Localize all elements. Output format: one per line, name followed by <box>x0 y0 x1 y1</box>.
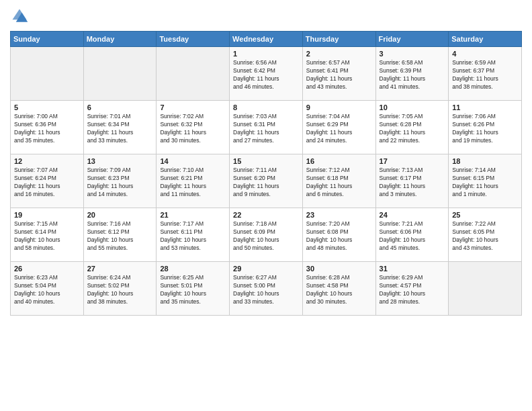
calendar-cell: 26Sunrise: 6:23 AM Sunset: 5:04 PM Dayli… <box>11 262 84 316</box>
calendar-cell: 15Sunrise: 7:11 AM Sunset: 6:20 PM Dayli… <box>230 154 303 208</box>
calendar-cell: 13Sunrise: 7:09 AM Sunset: 6:23 PM Dayli… <box>83 154 157 208</box>
calendar-cell: 30Sunrise: 6:28 AM Sunset: 4:58 PM Dayli… <box>302 262 375 316</box>
day-number: 20 <box>87 211 153 219</box>
day-number: 28 <box>160 265 226 273</box>
day-info: Sunrise: 7:02 AM Sunset: 6:32 PM Dayligh… <box>160 113 226 145</box>
day-number: 9 <box>306 103 372 111</box>
day-info: Sunrise: 7:12 AM Sunset: 6:18 PM Dayligh… <box>306 167 372 199</box>
day-number: 21 <box>160 211 226 219</box>
calendar-cell: 19Sunrise: 7:15 AM Sunset: 6:14 PM Dayli… <box>11 208 84 262</box>
calendar-cell: 5Sunrise: 7:00 AM Sunset: 6:36 PM Daylig… <box>11 101 84 154</box>
calendar-cell: 31Sunrise: 6:29 AM Sunset: 4:57 PM Dayli… <box>375 262 449 316</box>
calendar-cell: 27Sunrise: 6:24 AM Sunset: 5:02 PM Dayli… <box>83 262 157 316</box>
day-info: Sunrise: 7:18 AM Sunset: 6:09 PM Dayligh… <box>233 220 299 253</box>
day-info: Sunrise: 7:01 AM Sunset: 6:34 PM Dayligh… <box>87 113 153 145</box>
calendar-cell: 17Sunrise: 7:13 AM Sunset: 6:17 PM Dayli… <box>375 154 449 208</box>
logo <box>10 7 32 26</box>
day-info: Sunrise: 7:20 AM Sunset: 6:08 PM Dayligh… <box>306 220 372 253</box>
day-number: 29 <box>233 265 299 273</box>
calendar-table: SundayMondayTuesdayWednesdayThursdayFrid… <box>10 31 522 316</box>
day-info: Sunrise: 6:28 AM Sunset: 4:58 PM Dayligh… <box>306 274 372 306</box>
calendar-cell: 9Sunrise: 7:04 AM Sunset: 6:29 PM Daylig… <box>302 101 375 154</box>
day-info: Sunrise: 6:29 AM Sunset: 4:57 PM Dayligh… <box>380 274 445 306</box>
day-number: 30 <box>306 265 372 273</box>
day-number: 24 <box>380 211 445 219</box>
calendar-cell: 25Sunrise: 7:22 AM Sunset: 6:05 PM Dayli… <box>449 208 522 262</box>
calendar-cell: 23Sunrise: 7:20 AM Sunset: 6:08 PM Dayli… <box>302 208 375 262</box>
calendar-cell: 6Sunrise: 7:01 AM Sunset: 6:34 PM Daylig… <box>83 101 157 154</box>
calendar-cell: 16Sunrise: 7:12 AM Sunset: 6:18 PM Dayli… <box>302 154 375 208</box>
day-info: Sunrise: 6:25 AM Sunset: 5:01 PM Dayligh… <box>160 274 226 306</box>
day-info: Sunrise: 6:56 AM Sunset: 6:42 PM Dayligh… <box>233 59 299 91</box>
day-info: Sunrise: 6:58 AM Sunset: 6:39 PM Dayligh… <box>380 59 445 91</box>
day-info: Sunrise: 7:13 AM Sunset: 6:17 PM Dayligh… <box>380 167 445 199</box>
calendar-cell: 22Sunrise: 7:18 AM Sunset: 6:09 PM Dayli… <box>230 208 303 262</box>
week-row-1: 1Sunrise: 6:56 AM Sunset: 6:42 PM Daylig… <box>11 47 522 101</box>
week-row-5: 26Sunrise: 6:23 AM Sunset: 5:04 PM Dayli… <box>11 262 522 316</box>
logo-icon <box>10 7 29 26</box>
week-row-4: 19Sunrise: 7:15 AM Sunset: 6:14 PM Dayli… <box>11 208 522 262</box>
weekday-header-row: SundayMondayTuesdayWednesdayThursdayFrid… <box>11 32 522 47</box>
day-info: Sunrise: 6:57 AM Sunset: 6:41 PM Dayligh… <box>306 59 372 91</box>
day-number: 26 <box>14 265 80 273</box>
calendar-cell: 10Sunrise: 7:05 AM Sunset: 6:28 PM Dayli… <box>375 101 449 154</box>
weekday-header-thursday: Thursday <box>302 32 375 47</box>
day-number: 13 <box>87 157 153 165</box>
day-info: Sunrise: 7:16 AM Sunset: 6:12 PM Dayligh… <box>87 220 153 253</box>
day-number: 16 <box>306 157 372 165</box>
day-number: 7 <box>160 103 226 111</box>
day-info: Sunrise: 7:04 AM Sunset: 6:29 PM Dayligh… <box>306 113 372 145</box>
day-number: 23 <box>306 211 372 219</box>
day-info: Sunrise: 7:22 AM Sunset: 6:05 PM Dayligh… <box>452 220 518 253</box>
day-info: Sunrise: 7:15 AM Sunset: 6:14 PM Dayligh… <box>14 220 80 253</box>
day-info: Sunrise: 7:00 AM Sunset: 6:36 PM Dayligh… <box>14 113 80 145</box>
calendar-cell: 28Sunrise: 6:25 AM Sunset: 5:01 PM Dayli… <box>157 262 230 316</box>
day-info: Sunrise: 7:14 AM Sunset: 6:15 PM Dayligh… <box>452 167 518 199</box>
calendar-cell: 14Sunrise: 7:10 AM Sunset: 6:21 PM Dayli… <box>157 154 230 208</box>
day-number: 19 <box>14 211 80 219</box>
day-info: Sunrise: 6:24 AM Sunset: 5:02 PM Dayligh… <box>87 274 153 306</box>
day-number: 1 <box>233 50 299 58</box>
calendar-cell: 20Sunrise: 7:16 AM Sunset: 6:12 PM Dayli… <box>83 208 157 262</box>
weekday-header-sunday: Sunday <box>11 32 84 47</box>
day-info: Sunrise: 7:06 AM Sunset: 6:26 PM Dayligh… <box>452 113 518 145</box>
calendar-cell: 21Sunrise: 7:17 AM Sunset: 6:11 PM Dayli… <box>157 208 230 262</box>
weekday-header-tuesday: Tuesday <box>157 32 230 47</box>
day-number: 3 <box>380 50 445 58</box>
calendar-cell <box>449 262 522 316</box>
calendar-cell: 3Sunrise: 6:58 AM Sunset: 6:39 PM Daylig… <box>375 47 449 101</box>
calendar-cell: 24Sunrise: 7:21 AM Sunset: 6:06 PM Dayli… <box>375 208 449 262</box>
day-number: 4 <box>452 50 518 58</box>
day-number: 18 <box>452 157 518 165</box>
day-info: Sunrise: 6:27 AM Sunset: 5:00 PM Dayligh… <box>233 274 299 306</box>
day-number: 2 <box>306 50 372 58</box>
calendar-cell: 2Sunrise: 6:57 AM Sunset: 6:41 PM Daylig… <box>302 47 375 101</box>
weekday-header-saturday: Saturday <box>449 32 522 47</box>
day-info: Sunrise: 7:07 AM Sunset: 6:24 PM Dayligh… <box>14 167 80 199</box>
week-row-3: 12Sunrise: 7:07 AM Sunset: 6:24 PM Dayli… <box>11 154 522 208</box>
calendar-cell: 4Sunrise: 6:59 AM Sunset: 6:37 PM Daylig… <box>449 47 522 101</box>
header <box>10 7 522 26</box>
day-number: 14 <box>160 157 226 165</box>
calendar-cell <box>11 47 84 101</box>
week-row-2: 5Sunrise: 7:00 AM Sunset: 6:36 PM Daylig… <box>11 101 522 154</box>
calendar-cell: 7Sunrise: 7:02 AM Sunset: 6:32 PM Daylig… <box>157 101 230 154</box>
calendar-cell: 12Sunrise: 7:07 AM Sunset: 6:24 PM Dayli… <box>11 154 84 208</box>
day-number: 5 <box>14 103 80 111</box>
calendar-cell: 8Sunrise: 7:03 AM Sunset: 6:31 PM Daylig… <box>230 101 303 154</box>
day-info: Sunrise: 7:10 AM Sunset: 6:21 PM Dayligh… <box>160 167 226 199</box>
day-info: Sunrise: 6:59 AM Sunset: 6:37 PM Dayligh… <box>452 59 518 91</box>
day-info: Sunrise: 7:05 AM Sunset: 6:28 PM Dayligh… <box>380 113 445 145</box>
weekday-header-wednesday: Wednesday <box>230 32 303 47</box>
day-number: 15 <box>233 157 299 165</box>
calendar-cell <box>83 47 157 101</box>
calendar-cell: 11Sunrise: 7:06 AM Sunset: 6:26 PM Dayli… <box>449 101 522 154</box>
day-info: Sunrise: 7:09 AM Sunset: 6:23 PM Dayligh… <box>87 167 153 199</box>
weekday-header-monday: Monday <box>83 32 157 47</box>
calendar-cell: 29Sunrise: 6:27 AM Sunset: 5:00 PM Dayli… <box>230 262 303 316</box>
weekday-header-friday: Friday <box>375 32 449 47</box>
day-number: 22 <box>233 211 299 219</box>
day-number: 10 <box>380 103 445 111</box>
day-number: 31 <box>380 265 445 273</box>
day-number: 11 <box>452 103 518 111</box>
